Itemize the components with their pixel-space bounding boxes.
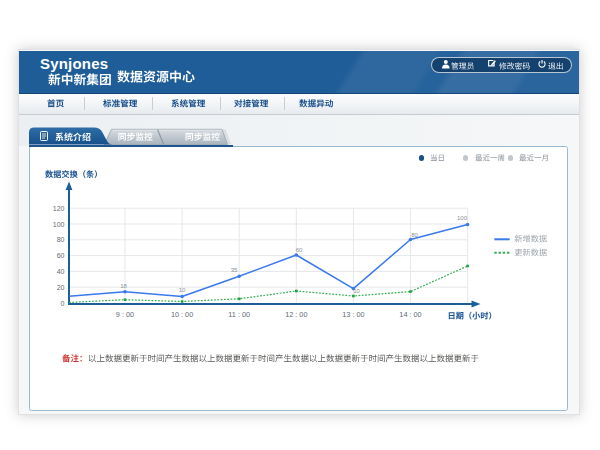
svg-text:11 : 00: 11 : 00 [228, 310, 250, 319]
svg-text:10 : 00: 10 : 00 [171, 310, 193, 319]
svg-text:100: 100 [457, 215, 468, 221]
svg-text:14 : 00: 14 : 00 [399, 310, 421, 319]
svg-text:12 : 00: 12 : 00 [285, 310, 307, 319]
svg-text:10: 10 [179, 287, 186, 293]
svg-text:20: 20 [57, 284, 65, 291]
svg-text:120: 120 [53, 205, 65, 212]
svg-text:100: 100 [53, 221, 65, 228]
svg-text:60: 60 [57, 252, 65, 259]
svg-text:60: 60 [296, 247, 303, 253]
svg-text:35: 35 [231, 267, 238, 273]
svg-text:80: 80 [57, 236, 65, 243]
svg-text:9 : 00: 9 : 00 [116, 310, 134, 319]
svg-text:18: 18 [120, 283, 127, 289]
svg-text:13 : 00: 13 : 00 [342, 310, 364, 319]
svg-text:40: 40 [57, 268, 65, 275]
svg-text:80: 80 [411, 232, 418, 238]
svg-text:10: 10 [353, 288, 360, 294]
svg-text:0: 0 [61, 300, 65, 307]
